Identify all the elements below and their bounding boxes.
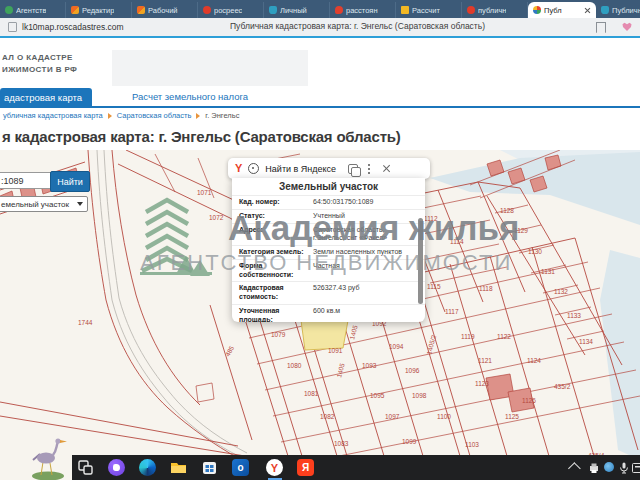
tab-label: расстоян <box>346 6 378 15</box>
bookmark-icon[interactable] <box>596 22 606 33</box>
touch-keyboard-icon[interactable] <box>632 462 640 474</box>
yandex-browser-icon[interactable]: Y <box>266 459 283 476</box>
panel-row: Кад. номер:64:50:031750:1089 <box>232 195 425 209</box>
teal-shield-favicon <box>269 6 277 14</box>
page-icon <box>8 22 17 32</box>
tab-strip: АгентствРедактирРабочийросреесЛичныйрасс… <box>0 0 640 18</box>
parcel-number: 1132 <box>554 288 568 295</box>
search-button[interactable]: Найти <box>50 171 90 192</box>
panel-row: Уточненная площадь:600 кв.м <box>232 304 425 322</box>
parcel-number: 1131 <box>541 268 555 275</box>
browser-tab[interactable]: Рабочий <box>132 2 198 18</box>
panel-row-value: Учтенный <box>311 212 345 221</box>
parcel-number: 1405 <box>335 362 346 378</box>
printer-icon[interactable] <box>588 462 600 474</box>
header-banner-placeholder <box>112 50 308 86</box>
parcel-number: 1094 <box>389 343 404 350</box>
panel-row: Категория земель:Земли населенных пункто… <box>232 245 425 259</box>
collections-heart-icon[interactable] <box>622 22 632 31</box>
task-view-icon[interactable] <box>77 459 94 476</box>
yandex-app-icon[interactable]: Я <box>297 459 314 476</box>
browser-tab[interactable]: публичн <box>462 2 528 18</box>
tab-page-title: Публичная кадастровая карта: г. Энгельс … <box>230 21 485 31</box>
tab-label: Публичн <box>612 6 640 15</box>
parcel-number: 1083 <box>334 440 349 447</box>
browser-tab[interactable]: Редактир <box>66 2 132 18</box>
object-type-value: емельный участок <box>1 200 69 209</box>
tray-chevron-up-icon[interactable] <box>568 462 581 475</box>
address-bar[interactable]: lk10map.roscadastres.com Публичная кадас… <box>0 18 640 36</box>
parcel-number: 1126 <box>522 397 536 404</box>
breadcrumb-item[interactable]: Саратовская область <box>117 111 192 120</box>
site-logo-text: АЛ О КАДАСТРЕ ИЖИМОСТИ В РФ <box>2 52 77 75</box>
file-explorer-icon[interactable] <box>170 459 187 476</box>
close-toolbar-icon[interactable] <box>382 164 391 173</box>
browser-tab[interactable]: расстоян <box>330 2 396 18</box>
copy-icon[interactable] <box>348 164 358 174</box>
parcel-number: 1097 <box>385 413 400 420</box>
panel-row-label: Кад. номер: <box>239 198 311 207</box>
parcel-number: 1121 <box>478 357 492 364</box>
parcel-number: 1405 <box>348 324 359 340</box>
browser-tab[interactable]: Личный <box>264 2 330 18</box>
more-options-icon[interactable] <box>368 168 370 170</box>
outlook-icon[interactable]: o <box>232 459 249 476</box>
tab-label: Рассчит <box>412 6 440 15</box>
tab-label: Редактир <box>82 6 114 15</box>
edge-icon[interactable] <box>139 459 156 476</box>
panel-row-label: Адрес: <box>239 226 311 244</box>
yandex-context-toolbar: Y Найти в Яндексе <box>228 158 430 179</box>
breadcrumb-item[interactable]: убличная кадастровая карта <box>3 111 103 120</box>
parcel-number: 1081 <box>304 390 319 397</box>
store-icon[interactable] <box>201 459 218 476</box>
panel-row-label: Статус: <box>239 212 311 221</box>
breadcrumb: убличная кадастровая картаСаратовская об… <box>3 111 239 120</box>
network-icon[interactable] <box>604 462 614 472</box>
panel-title: Земельный участок <box>232 178 425 195</box>
map-canvas[interactable]: 1744124910711072111211141115111811281129… <box>0 150 640 480</box>
parcel-number: 1099 <box>402 438 417 445</box>
browser-tab[interactable]: росреес <box>198 2 264 18</box>
panel-scrollbar[interactable] <box>418 218 423 304</box>
parcel-number: 1134 <box>579 338 593 345</box>
panel-row: Форма собственности:Частная <box>232 259 425 282</box>
object-type-select[interactable]: емельный участок <box>0 196 88 212</box>
parcel-number: 1072 <box>209 214 224 221</box>
panel-row-value: Саратовская область, г.Энгельс, снт «Фак… <box>311 226 415 244</box>
browser-tab[interactable]: Агентств <box>0 2 66 18</box>
parcel-number: 485 <box>224 344 236 357</box>
browser-tab-bar: АгентствРедактирРабочийросреесЛичныйрасс… <box>0 0 640 18</box>
find-in-yandex-button[interactable]: Найти в Яндексе <box>265 164 336 174</box>
parcel-number: 1133 <box>567 312 581 319</box>
search-circle-icon[interactable] <box>248 163 259 174</box>
microphone-icon[interactable] <box>619 462 629 474</box>
parcel-number: 1096 <box>405 367 420 374</box>
browser-tab[interactable]: Публ <box>528 2 596 18</box>
search-input[interactable] <box>0 172 52 189</box>
browser-tab[interactable]: Публичн <box>596 2 640 18</box>
tab-land-tax-link[interactable]: Расчет земельного налога <box>132 91 248 102</box>
tab-close-icon[interactable] <box>584 7 591 14</box>
parcel-number: 1119 <box>461 333 475 340</box>
panel-row-value: 64:50:031750:1089 <box>311 198 373 207</box>
red-circle-favicon <box>467 6 475 14</box>
site-logo-line2: ИЖИМОСТИ В РФ <box>2 64 77 76</box>
parcel-number: 1123 <box>475 380 489 387</box>
parcel-number: 1114 <box>450 238 464 245</box>
parcel-number: 1103 <box>465 441 479 448</box>
breadcrumb-item[interactable]: г. Энгельс <box>205 111 239 120</box>
heron-bird <box>32 438 67 480</box>
parcel-number: 1117 <box>445 308 459 315</box>
green-circle-favicon <box>5 6 13 14</box>
page-title: я кадастровая карта: г. Энгельс (Саратов… <box>2 128 401 145</box>
parcel-number: 1100 <box>437 413 451 420</box>
breadcrumb-separator-icon <box>108 113 112 119</box>
tab-cadastral-map[interactable]: адастровая карта <box>0 88 92 106</box>
browser-tab[interactable]: Рассчит <box>396 2 462 18</box>
pinwheel-favicon <box>533 6 541 14</box>
parcel-number: 1095 <box>370 392 385 399</box>
parcel-number: 1115 <box>427 283 441 290</box>
alice-icon[interactable] <box>108 459 125 476</box>
parcel-number: 1071 <box>197 189 212 196</box>
parcel-number: 1405/2 <box>425 334 437 355</box>
